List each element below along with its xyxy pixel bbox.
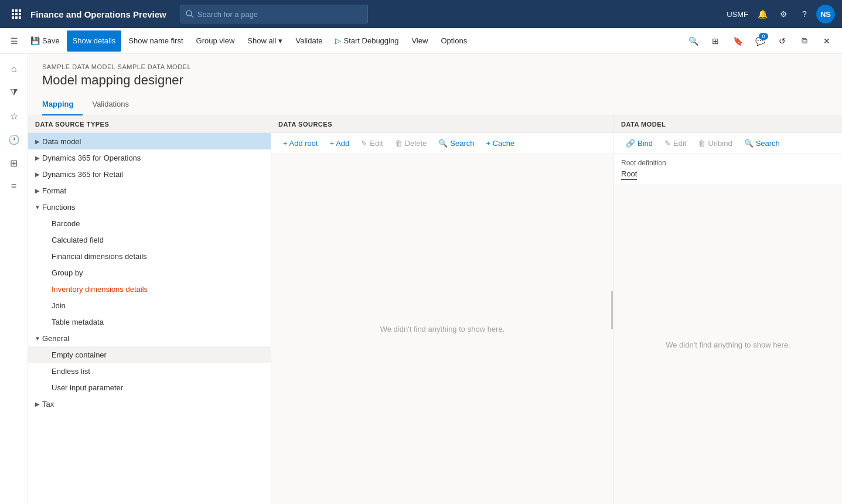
command-bar: ☰ 💾 Save Show details Show name first Gr… [0, 28, 842, 54]
tree-item-user-input[interactable]: ▶ User input parameter [28, 379, 271, 396]
notification-icon[interactable]: 🔔 [753, 5, 772, 23]
unbind-button[interactable]: 🗑 Unbind [693, 137, 737, 150]
tab-mapping[interactable]: Mapping [42, 95, 83, 115]
edit-dm-button[interactable]: ✎ Edit [660, 137, 691, 150]
hamburger-icon[interactable]: ☰ [5, 32, 23, 50]
data-sources-panel: DATA SOURCES + Add root + Add ✎ Edit 🗑 D… [271, 116, 613, 504]
save-icon: 💾 [30, 36, 40, 45]
refresh-icon[interactable]: ↺ [772, 30, 793, 52]
datasource-toolbar: + Add root + Add ✎ Edit 🗑 Delete 🔍 [271, 133, 613, 154]
svg-rect-1 [15, 9, 18, 12]
toggle-data-model[interactable]: ▶ [33, 137, 42, 146]
favorites-icon[interactable]: ☆ [4, 105, 25, 127]
workspaces-icon[interactable]: ⊞ [4, 152, 25, 173]
toggle-functions[interactable]: ▼ [33, 202, 42, 212]
edit-dm-label: Edit [673, 139, 686, 148]
tree-item-functions[interactable]: ▼ Functions [28, 199, 271, 215]
data-source-types-panel: DATA SOURCE TYPES ▶ Data model ▶ Dynamic… [28, 116, 271, 504]
search-icon: 🔍 [438, 139, 448, 148]
external-link-icon[interactable]: ⧉ [794, 30, 815, 52]
bind-icon: 🔗 [626, 139, 635, 148]
tree-item-inventory-dim[interactable]: ▶ Inventory dimensions details [28, 281, 271, 297]
toggle-general[interactable]: ▼ [33, 333, 42, 343]
data-model-panel: DATA MODEL 🔗 Bind ✎ Edit 🗑 Unbind [613, 116, 842, 504]
tree-label-dynamics-ops: Dynamics 365 for Operations [42, 154, 266, 162]
start-debugging-button[interactable]: ▷ Start Debugging [329, 30, 404, 52]
filter-icon[interactable]: ⧩ [4, 82, 25, 103]
app-title: Finance and Operations Preview [30, 9, 166, 19]
tree-label-functions: Functions [42, 203, 266, 212]
modules-icon[interactable]: ≡ [4, 176, 25, 197]
bind-button[interactable]: 🔗 Bind [621, 137, 657, 150]
splitter-handle[interactable] [611, 291, 613, 329]
tree-label-tax: Tax [42, 400, 266, 408]
cache-label: + Cache [486, 139, 514, 148]
add-root-button[interactable]: + Add root [278, 137, 323, 150]
toggle-dynamics-ops[interactable]: ▶ [33, 153, 42, 162]
tree-item-table-metadata[interactable]: ▶ Table metadata [28, 314, 271, 330]
tree-item-data-model[interactable]: ▶ Data model [28, 133, 271, 149]
tree-label-empty-container: Empty container [52, 350, 266, 359]
help-icon[interactable]: ? [795, 5, 814, 23]
options-button[interactable]: Options [435, 30, 473, 52]
tree-label-dynamics-retail: Dynamics 365 for Retail [42, 170, 266, 179]
cmd-right-actions: 🔍 ⊞ 🔖 💬 0 ↺ ⧉ ✕ [683, 30, 837, 52]
debug-icon: ▷ [335, 36, 341, 45]
delete-button[interactable]: 🗑 Delete [390, 137, 432, 150]
message-badge-icon[interactable]: 💬 0 [749, 30, 771, 52]
global-search-input[interactable] [197, 10, 363, 19]
toggle-format[interactable]: ▶ [33, 186, 42, 195]
tree-item-financial-dim[interactable]: ▶ Financial dimensions details [28, 248, 271, 264]
bookmark-icon[interactable]: 🔖 [727, 30, 748, 52]
group-view-button[interactable]: Group view [190, 30, 241, 52]
data-source-types-header: DATA SOURCE TYPES [28, 116, 271, 133]
show-all-button[interactable]: Show all ▾ [241, 30, 288, 52]
tree-item-empty-container[interactable]: ▶ Empty container [28, 346, 271, 363]
tree-item-calculated-field[interactable]: ▶ Calculated field [28, 231, 271, 248]
avatar[interactable]: NS [816, 5, 835, 23]
tree-label-general: General [42, 334, 266, 343]
svg-point-9 [186, 11, 192, 16]
toggle-dynamics-retail[interactable]: ▶ [33, 169, 42, 179]
page-header: SAMPLE DATA MODEL SAMPLE DATA MODEL Mode… [28, 54, 842, 95]
tree-item-group-by[interactable]: ▶ Group by [28, 264, 271, 281]
svg-rect-5 [19, 13, 21, 15]
save-button[interactable]: 💾 Save [25, 30, 66, 52]
global-search[interactable] [180, 5, 368, 23]
cache-button[interactable]: + Cache [481, 137, 519, 150]
tab-validations[interactable]: Validations [92, 95, 138, 115]
tree-item-format[interactable]: ▶ Format [28, 182, 271, 199]
tree-item-barcode[interactable]: ▶ Barcode [28, 215, 271, 231]
tree-item-general[interactable]: ▼ General [28, 330, 271, 346]
settings-icon[interactable]: ⚙ [774, 5, 793, 23]
waffle-icon[interactable] [7, 5, 26, 23]
apps-icon[interactable]: ⊞ [705, 30, 726, 52]
view-button[interactable]: View [405, 30, 434, 52]
show-details-button[interactable]: Show details [67, 30, 122, 52]
tree-item-dynamics-retail[interactable]: ▶ Dynamics 365 for Retail [28, 166, 271, 182]
home-icon[interactable]: ⌂ [4, 59, 25, 80]
search-dm-icon: 🔍 [744, 139, 754, 148]
split-panel: DATA SOURCE TYPES ▶ Data model ▶ Dynamic… [28, 116, 842, 504]
tree-item-tax[interactable]: ▶ Tax [28, 396, 271, 412]
recent-icon[interactable]: 🕐 [4, 129, 25, 150]
search-cmd-icon[interactable]: 🔍 [683, 30, 704, 52]
search-button[interactable]: 🔍 Search [434, 137, 479, 150]
add-button[interactable]: + Add [325, 137, 354, 150]
tree-item-join[interactable]: ▶ Join [28, 297, 271, 314]
tree-item-dynamics-ops[interactable]: ▶ Dynamics 365 for Operations [28, 149, 271, 166]
tree-item-endless-list[interactable]: ▶ Endless list [28, 363, 271, 379]
root-definition-section: Root definition Root [614, 154, 842, 185]
search-dm-button[interactable]: 🔍 Search [739, 137, 785, 150]
show-name-first-button[interactable]: Show name first [122, 30, 189, 52]
edit-button[interactable]: ✎ Edit [356, 137, 387, 150]
close-icon[interactable]: ✕ [816, 30, 837, 52]
side-navigation: ⌂ ⧩ ☆ 🕐 ⊞ ≡ [0, 54, 28, 504]
delete-label: Delete [405, 139, 427, 148]
data-source-types-tree: ▶ Data model ▶ Dynamics 365 for Operatio… [28, 133, 271, 504]
validate-button[interactable]: Validate [289, 30, 328, 52]
main-layout: ⌂ ⧩ ☆ 🕐 ⊞ ≡ SAMPLE DATA MODEL SAMPLE DAT… [0, 54, 842, 504]
unbind-label: Unbind [708, 139, 732, 148]
chevron-down-icon: ▾ [278, 36, 282, 45]
toggle-tax[interactable]: ▶ [33, 399, 42, 408]
